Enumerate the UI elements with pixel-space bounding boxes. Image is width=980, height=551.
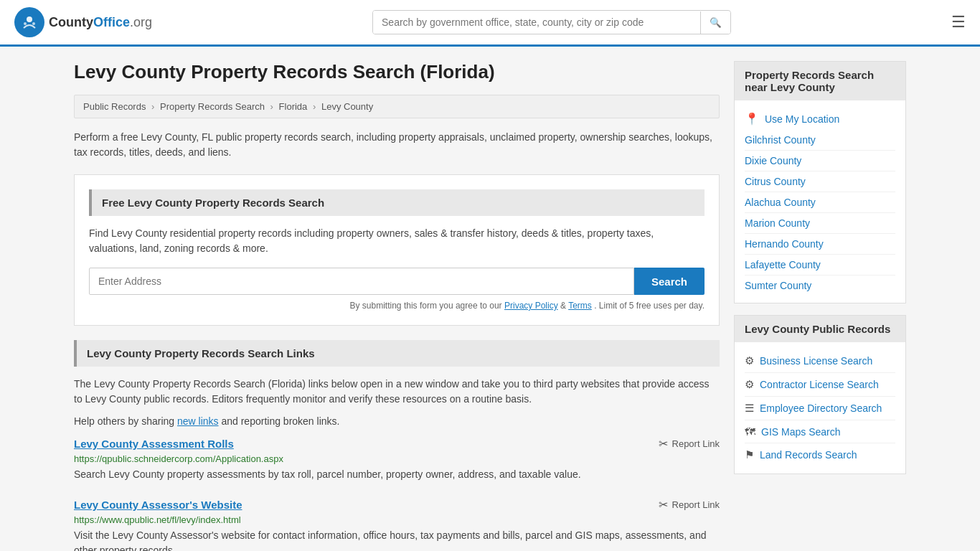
pr-icon-0: ⚙ (745, 354, 754, 367)
breadcrumb-property-records-search[interactable]: Property Records Search (160, 101, 265, 112)
pr-link-3[interactable]: GIS Maps Search (761, 426, 841, 438)
link-items-container: Levy County Assessment Rolls ✂ Report Li… (74, 437, 720, 551)
report-label-1: Report Link (672, 499, 720, 510)
header-search-button[interactable]: 🔍 (700, 11, 730, 34)
intro-description: Perform a free Levy County, FL public pr… (74, 130, 720, 160)
report-icon-1: ✂ (659, 498, 668, 512)
sidebar: Property Records Search near Levy County… (734, 61, 906, 551)
report-label-0: Report Link (672, 438, 720, 449)
free-search-section: Free Levy County Property Records Search… (74, 174, 720, 326)
sidebar-nearby-county-0[interactable]: Gilchrist County (745, 130, 895, 151)
header: CountyOffice.org 🔍 ☰ (0, 0, 980, 47)
public-record-item-4: ⚑ Land Records Search (745, 443, 895, 466)
report-link-1[interactable]: ✂ Report Link (659, 498, 720, 512)
page-title: Levy County Property Records Search (Flo… (74, 61, 720, 83)
link-title-0[interactable]: Levy County Assessment Rolls (74, 438, 234, 450)
search-button[interactable]: Search (634, 268, 705, 295)
free-search-description: Find Levy County residential property re… (89, 226, 705, 256)
logo-icon (14, 7, 44, 37)
link-item: Levy County Assessor's Website ✂ Report … (74, 498, 720, 551)
sidebar-nearby-county-5[interactable]: Hernando County (745, 234, 895, 255)
main-container: Levy County Property Records Search (Flo… (60, 47, 920, 551)
use-my-location-item: 📍 Use My Location (745, 108, 895, 130)
link-title-1[interactable]: Levy County Assessor's Website (74, 499, 242, 511)
sidebar-public-records-body: ⚙ Business License Search ⚙ Contractor L… (735, 342, 905, 474)
search-icon: 🔍 (710, 17, 722, 28)
nearby-counties-container: Gilchrist CountyDixie CountyCitrus Count… (745, 130, 895, 296)
public-record-item-2: ☰ Employee Directory Search (745, 397, 895, 420)
location-pin-icon: 📍 (745, 112, 759, 126)
public-records-container: ⚙ Business License Search ⚙ Contractor L… (745, 349, 895, 466)
pr-icon-4: ⚑ (745, 448, 754, 461)
breadcrumb-levy-county: Levy County (321, 101, 373, 112)
pr-icon-1: ⚙ (745, 378, 754, 391)
address-form: Search (89, 268, 705, 295)
public-record-item-1: ⚙ Contractor License Search (745, 373, 895, 397)
svg-point-1 (27, 17, 32, 22)
sidebar-nearby-county-3[interactable]: Alachua County (745, 192, 895, 213)
header-search-input[interactable] (373, 11, 700, 34)
pr-link-1[interactable]: Contractor License Search (760, 379, 879, 390)
link-item-header: Levy County Assessor's Website ✂ Report … (74, 498, 720, 512)
public-record-item-3: 🗺 GIS Maps Search (745, 420, 895, 443)
link-desc-1: Visit the Levy County Assessor's website… (74, 528, 720, 551)
sidebar-nearby-county-1[interactable]: Dixie County (745, 151, 895, 171)
share-text: Help others by sharing new links and rep… (74, 415, 720, 427)
sidebar-nearby-county-7[interactable]: Sumter County (745, 276, 895, 296)
pr-link-2[interactable]: Employee Directory Search (760, 402, 882, 414)
link-url-0: https://qpublic.schneidercorp.com/Applic… (74, 453, 720, 464)
logo-area: CountyOffice.org (14, 7, 152, 37)
pr-icon-3: 🗺 (745, 425, 755, 438)
free-search-heading: Free Levy County Property Records Search (89, 189, 705, 216)
svg-point-3 (32, 22, 35, 25)
breadcrumb-sep-3: › (313, 101, 316, 112)
svg-point-2 (24, 22, 27, 25)
sidebar-nearby-county-2[interactable]: Citrus County (745, 171, 895, 192)
sidebar-nearby-county-4[interactable]: Marion County (745, 213, 895, 234)
sidebar-public-records-section: Levy County Public Records ⚙ Business Li… (734, 315, 906, 474)
sidebar-nearby-body: 📍 Use My Location Gilchrist CountyDixie … (735, 100, 905, 303)
sidebar-nearby-county-6[interactable]: Lafayette County (745, 255, 895, 276)
link-item: Levy County Assessment Rolls ✂ Report Li… (74, 437, 720, 482)
pr-icon-2: ☰ (745, 402, 754, 415)
form-notice: By submitting this form you agree to our… (89, 301, 705, 311)
link-desc-0: Search Levy County property assessments … (74, 467, 720, 482)
address-input[interactable] (89, 268, 634, 295)
pr-link-0[interactable]: Business License Search (760, 355, 872, 367)
report-link-0[interactable]: ✂ Report Link (659, 437, 720, 451)
menu-icon[interactable]: ☰ (951, 13, 966, 32)
breadcrumb-florida[interactable]: Florida (279, 101, 308, 112)
breadcrumb-sep-2: › (270, 101, 273, 112)
terms-link[interactable]: Terms (568, 301, 592, 311)
public-record-item-0: ⚙ Business License Search (745, 349, 895, 373)
link-item-header: Levy County Assessment Rolls ✂ Report Li… (74, 437, 720, 451)
report-icon-0: ✂ (659, 437, 668, 451)
new-links-link[interactable]: new links (177, 415, 219, 427)
sidebar-nearby-section: Property Records Search near Levy County… (734, 61, 906, 303)
links-section-heading: Levy County Property Records Search Link… (74, 340, 720, 367)
pr-link-4[interactable]: Land Records Search (760, 449, 857, 461)
header-search-bar[interactable]: 🔍 (372, 10, 731, 34)
links-section: Levy County Property Records Search Link… (74, 340, 720, 551)
breadcrumb-public-records[interactable]: Public Records (83, 101, 146, 112)
privacy-policy-link[interactable]: Privacy Policy (504, 301, 558, 311)
sidebar-nearby-heading: Property Records Search near Levy County (735, 62, 905, 100)
use-my-location-link[interactable]: Use My Location (765, 113, 839, 125)
sidebar-public-records-heading: Levy County Public Records (735, 316, 905, 342)
breadcrumb-sep-1: › (151, 101, 154, 112)
content-area: Levy County Property Records Search (Flo… (74, 61, 720, 551)
link-url-1: https://www.qpublic.net/fl/levy/index.ht… (74, 514, 720, 525)
links-section-desc: The Levy County Property Records Search … (74, 377, 720, 407)
logo-text: CountyOffice.org (49, 15, 152, 30)
breadcrumb: Public Records › Property Records Search… (74, 95, 720, 118)
